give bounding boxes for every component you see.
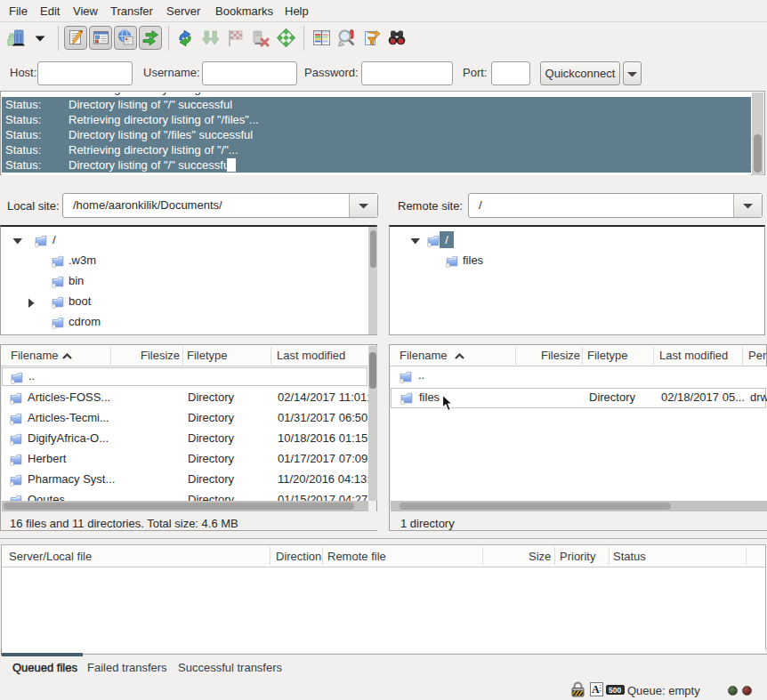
svg-text:A: A (592, 683, 600, 696)
svg-text:500: 500 (609, 686, 621, 695)
